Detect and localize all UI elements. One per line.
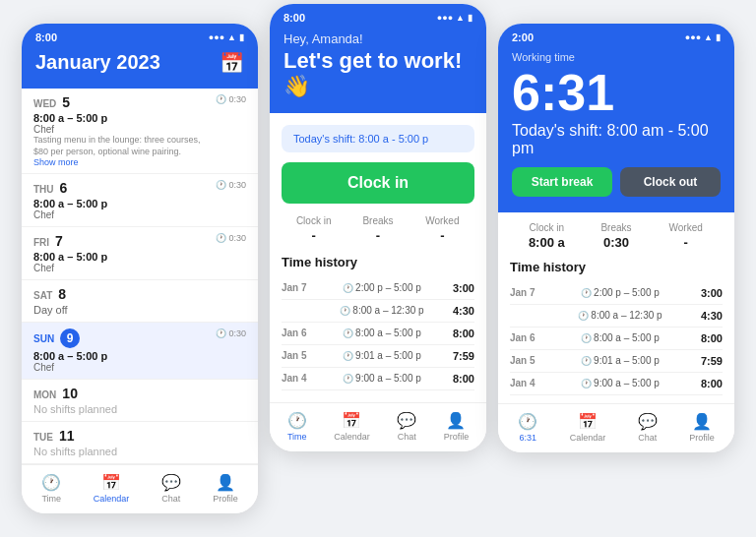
stats-row-2: Clock in - Breaks - Worked - — [282, 215, 474, 243]
nav-time-2[interactable]: 🕐 Time — [287, 411, 307, 442]
stat-breaks-3: Breaks 0:30 — [582, 222, 652, 250]
signal-bars-1: ●●● — [209, 32, 224, 42]
time-badge-wed: 🕐 0:30 — [216, 94, 246, 104]
day-header-thu: THU 6 — [33, 180, 107, 196]
history-row-3-1: 🕐8:00 a – 12:30 p 4:30 — [510, 305, 723, 328]
status-time-3: 2:00 — [512, 31, 534, 43]
shift-role-thu: Chef — [33, 209, 107, 220]
schedule-day-thu: THU 6 8:00 a – 5:00 p Chef 🕐 0:30 — [22, 174, 258, 227]
time-nav-icon-3: 🕐 — [518, 412, 537, 431]
time-nav-icon-2: 🕐 — [287, 411, 307, 430]
day-num-mon: 10 — [62, 386, 78, 401]
signal-icons-2: ●●● ▲ ▮ — [437, 13, 472, 23]
day-header-sun: SUN 9 — [33, 328, 107, 348]
stat-worked-3: Worked - — [651, 222, 721, 250]
nav-profile-3[interactable]: 👤 Profile — [689, 412, 715, 443]
nav-chat-3[interactable]: 💬 Chat — [638, 412, 658, 443]
shift-time-wed: 8:00 a – 5:00 p — [33, 112, 201, 124]
time-badge-thu: 🕐 0:30 — [216, 180, 246, 190]
shift-time-sun: 8:00 a – 5:00 p — [33, 350, 107, 362]
calendar-header: January 2023 📅 — [22, 47, 258, 89]
day-header-mon: MON 10 — [33, 386, 117, 401]
schedule-day-sat: SAT 8 Day off — [22, 280, 258, 323]
wifi-icon-2: ▲ — [456, 13, 465, 23]
status-bar-2: 8:00 ●●● ▲ ▮ — [270, 4, 486, 28]
nav-chat-label-1: Chat — [161, 494, 180, 504]
day-num-thu: 6 — [60, 180, 68, 196]
profile-nav-icon-3: 👤 — [692, 412, 712, 431]
stat-clockin-3: Clock in 8:00 a — [512, 222, 582, 250]
show-more-wed[interactable]: Show more — [33, 157, 201, 167]
calendar-title-row: January 2023 📅 — [35, 51, 244, 75]
nav-calendar-label-2: Calendar — [334, 432, 370, 442]
nav-calendar-3[interactable]: 📅 Calendar — [570, 412, 606, 443]
nav-chat-label-3: Chat — [638, 433, 657, 443]
nav-time-label-3: 6:31 — [519, 433, 536, 443]
chat-nav-icon-3: 💬 — [638, 412, 658, 431]
day-name-fri: FRI — [33, 237, 49, 248]
calendar-nav-icon-1: 📅 — [101, 473, 121, 492]
chat-nav-icon-2: 💬 — [397, 411, 416, 430]
calendar-month-title: January 2023 — [35, 51, 160, 74]
stat-breaks-2: Breaks - — [346, 215, 410, 243]
bottom-nav-2: 🕐 Time 📅 Calendar 💬 Chat 👤 Profile — [270, 402, 486, 451]
nav-profile-2[interactable]: 👤 Profile — [444, 411, 470, 442]
schedule-day-mon: MON 10 No shifts planned — [22, 380, 258, 422]
day-num-wed: 5 — [62, 94, 70, 110]
big-time: 6:31 — [512, 67, 721, 118]
clock-icon-sun: 🕐 — [216, 328, 226, 338]
battery-icon-1: ▮ — [239, 32, 244, 42]
nav-calendar-label-1: Calendar — [94, 494, 130, 504]
start-break-button[interactable]: Start break — [512, 167, 612, 197]
nav-profile-label-1: Profile — [213, 494, 238, 504]
calendar-icon[interactable]: 📅 — [220, 51, 244, 75]
clockin-body: Today's shift: 8:00 a - 5:00 p Clock in … — [270, 113, 486, 402]
history-row-2-3: Jan 5 🕐9:01 a – 5:00 p 7:59 — [282, 345, 474, 368]
day-header-wed: WED 5 — [33, 94, 201, 110]
day-header-tue: TUE 11 — [33, 428, 117, 444]
nav-calendar-2[interactable]: 📅 Calendar — [334, 411, 370, 442]
clock-in-button[interactable]: Clock in — [282, 162, 474, 204]
nav-profile-label-3: Profile — [689, 433, 715, 443]
shift-time-thu: 8:00 a – 5:00 p — [33, 198, 107, 209]
day-num-tue: 11 — [59, 428, 75, 444]
chat-nav-icon-1: 💬 — [161, 473, 181, 492]
schedule-day-fri: FRI 7 8:00 a – 5:00 p Chef 🕐 0:30 — [22, 227, 258, 280]
battery-icon-3: ▮ — [716, 32, 721, 42]
screens-container: 8:00 ●●● ▲ ▮ January 2023 📅 WED 5 — [22, 24, 734, 513]
history-list-2: Jan 7 🕐2:00 p – 5:00 p 3:00 🕐8:00 a – 12… — [282, 277, 474, 390]
battery-icon-2: ▮ — [468, 13, 472, 23]
profile-nav-icon-1: 👤 — [216, 473, 235, 492]
nav-chat-1[interactable]: 💬 Chat — [161, 473, 181, 504]
no-shift-tue: No shifts planned — [33, 446, 117, 457]
profile-nav-icon-2: 👤 — [446, 411, 466, 430]
clock-out-button[interactable]: Clock out — [620, 167, 721, 197]
day-name-sat: SAT — [33, 290, 52, 301]
shift-role-fri: Chef — [33, 263, 107, 273]
nav-chat-2[interactable]: 💬 Chat — [397, 411, 416, 442]
working-header: Working time 6:31 Today's shift: 8:00 am… — [498, 47, 734, 212]
day-header-fri: FRI 7 — [33, 233, 107, 249]
day-name-sun: SUN — [33, 333, 54, 344]
nav-calendar-1[interactable]: 📅 Calendar — [94, 473, 130, 504]
working-stats-row: Clock in 8:00 a Breaks 0:30 Worked - — [498, 212, 734, 260]
phone-calendar: 8:00 ●●● ▲ ▮ January 2023 📅 WED 5 — [22, 24, 258, 513]
stat-worked-2: Worked - — [410, 215, 474, 243]
day-num-sun: 9 — [60, 328, 80, 348]
headline: Let's get to work! 👋 — [284, 48, 472, 99]
nav-time-1[interactable]: 🕐 Time — [41, 473, 61, 504]
nav-profile-1[interactable]: 👤 Profile — [213, 473, 238, 504]
history-row-2-0: Jan 7 🕐2:00 p – 5:00 p 3:00 — [282, 277, 474, 300]
phone-working: 2:00 ●●● ▲ ▮ Working time 6:31 Today's s… — [498, 24, 734, 452]
phone-clockin: 8:00 ●●● ▲ ▮ Hey, Amanda! Let's get to w… — [270, 4, 486, 451]
day-header-sat: SAT 8 — [33, 286, 68, 302]
clock-icon-wed: 🕐 — [216, 94, 226, 104]
history-row-3-2: Jan 6 🕐8:00 a – 5:00 p 8:00 — [510, 328, 723, 350]
calendar-nav-icon-2: 📅 — [342, 411, 361, 430]
action-btns: Start break Clock out — [512, 167, 721, 197]
day-num-fri: 7 — [55, 233, 63, 249]
wifi-icon-1: ▲ — [227, 32, 236, 42]
shift-note-wed: Tasting menu in the lounge: three course… — [33, 135, 201, 157]
nav-time-3[interactable]: 🕐 6:31 — [518, 412, 537, 443]
nav-calendar-label-3: Calendar — [570, 433, 606, 443]
